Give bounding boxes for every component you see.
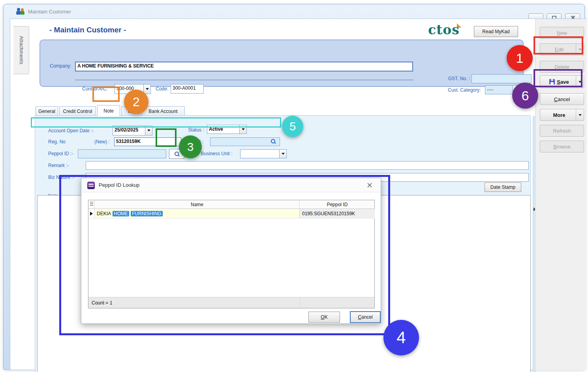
refresh-button[interactable]: Refresh <box>540 125 584 137</box>
ctos-logo-triangle-icon <box>457 23 461 28</box>
read-mykad-button[interactable]: Read MyKad <box>474 26 518 37</box>
ctos-logo: ctos <box>428 22 460 38</box>
control-ac-dropdown-icon[interactable] <box>143 85 150 94</box>
annotation-rect-save <box>534 69 582 87</box>
annotation-rect-reg-no-row <box>31 117 281 128</box>
cust-category-label: Cust. Category: <box>448 87 481 93</box>
tab-note[interactable]: Note <box>97 105 120 116</box>
status-label: Status : <box>184 127 204 133</box>
annotation-circle-3: 3 <box>179 135 202 158</box>
annotation-rect-note-tab <box>92 86 120 102</box>
gst-no-label: GST. No. : <box>445 76 470 81</box>
remark-input[interactable] <box>86 161 529 170</box>
tab-general[interactable]: General <box>36 106 58 116</box>
annotation-circle-6: 6 <box>512 83 538 109</box>
company-label: Company: <box>50 63 71 69</box>
code-input[interactable]: 300-A0001 <box>171 84 204 94</box>
annotation-rect-dialog <box>59 175 390 335</box>
reg-no-old-search-icon[interactable] <box>271 139 276 144</box>
window-titlebar[interactable]: Maintain Customer <box>4 4 584 19</box>
tab-bank-account[interactable]: Bank Account <box>141 106 185 116</box>
agd-dropdown-icon[interactable] <box>279 150 286 158</box>
reg-no-label: Reg. No <box>48 139 66 145</box>
annotation-circle-2: 2 <box>124 90 148 114</box>
annotation-circle-5: 5 <box>282 116 303 137</box>
gst-no-input[interactable] <box>472 74 532 83</box>
account-open-date-label: Account Open Date :- <box>48 128 94 133</box>
annotation-rect-edit <box>534 36 583 54</box>
more-dropdown-icon[interactable] <box>576 109 584 120</box>
peppol-search-icon <box>174 151 180 157</box>
company-panel: Company: A HOME FURNISHING & SERVICE Con… <box>39 39 524 87</box>
attachments-tab[interactable]: Attachments <box>13 26 29 74</box>
customers-app-icon <box>16 8 25 16</box>
window-title: Maintain Customer <box>28 9 71 15</box>
remark-label: Remark :- <box>48 163 69 168</box>
page-title: - Maintain Customer - <box>49 26 126 34</box>
reg-no-old-input[interactable] <box>210 137 280 146</box>
company-input[interactable]: A HOME FURNISHING & SERVICE <box>75 62 413 71</box>
browse-button[interactable]: Browse <box>540 141 584 152</box>
code-label: Code: <box>156 86 168 92</box>
annotation-circle-1: 1 <box>507 45 533 71</box>
cancel-button[interactable]: Cancel <box>540 93 584 105</box>
agd-business-unit-combo[interactable] <box>240 149 287 158</box>
peppol-id-input[interactable] <box>78 149 166 158</box>
peppol-id-label: Peppol ID :- <box>48 151 73 156</box>
screenshot-root: Maintain Customer Attachments - Maintain… <box>0 0 588 372</box>
annotation-rect-peppol-search <box>156 128 177 147</box>
attachments-tab-label: Attachments <box>19 36 24 64</box>
tab-credit-control[interactable]: Credit Control <box>59 106 96 116</box>
date-stamp-button[interactable]: Date Stamp <box>485 182 521 192</box>
company-line2-underline <box>75 80 413 80</box>
more-button[interactable]: More <box>540 109 584 121</box>
reg-no-new-label: (New) : <box>94 139 110 145</box>
annotation-circle-4: 4 <box>383 320 419 355</box>
